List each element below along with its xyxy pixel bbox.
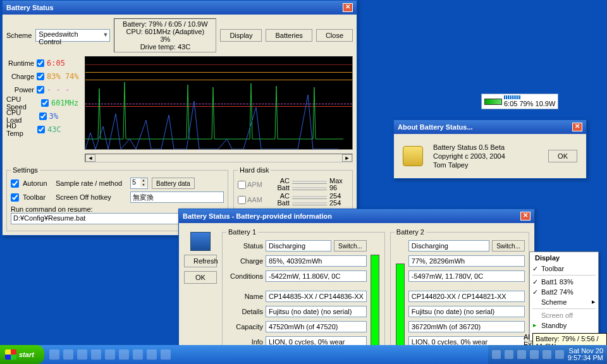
- ok-button[interactable]: OK: [184, 271, 217, 284]
- battery-info-window: Battery Status - Battery-provided inform…: [178, 209, 535, 358]
- metric-hdtemp: HD Temp 43C: [6, 123, 82, 136]
- cpuspeed-checkbox[interactable]: [41, 99, 49, 107]
- main-title: Battery Status: [6, 4, 54, 11]
- ql-icon[interactable]: [105, 349, 115, 360]
- metric-cpuload: CPU Load 3%: [6, 109, 82, 123]
- b2-status: Discharging: [408, 240, 489, 252]
- menu-standby[interactable]: Standby: [530, 320, 598, 331]
- b1-conditions: -5422mW, 11.806V, 0C: [266, 270, 367, 282]
- app-icon: [403, 146, 423, 166]
- graph-canvas: [85, 56, 353, 150]
- about-titlebar[interactable]: About Battery Status... ✕: [394, 120, 586, 134]
- ql-icon[interactable]: [63, 349, 73, 360]
- taskbar: start Sat Nov 20 9:57:34 PM: [0, 345, 607, 364]
- resume-command-input[interactable]: D:¥Config¥Resume.bat: [11, 213, 206, 224]
- b1-details: Fujitsu (no date) (no serial): [266, 306, 367, 317]
- ql-icon[interactable]: [119, 349, 129, 360]
- toolbar-checkbox[interactable]: [11, 193, 19, 202]
- metric-charge: Charge 83% 74%: [6, 70, 82, 83]
- refresh-button[interactable]: Refresh: [184, 255, 217, 267]
- system-tray: Sat Nov 20 9:57:34 PM: [488, 345, 607, 364]
- b2-capacity: 36720mWh (of 36720): [408, 321, 525, 332]
- tray-icon[interactable]: [555, 350, 564, 359]
- battery-info-titlebar[interactable]: Battery Status - Battery-provided inform…: [179, 209, 534, 223]
- scheme-combo[interactable]: Speedswitch Control: [35, 29, 110, 42]
- ql-icon[interactable]: [147, 349, 157, 360]
- ql-icon[interactable]: [161, 349, 171, 360]
- autorun-checkbox[interactable]: [11, 179, 19, 188]
- menu-batt2[interactable]: Batt2 74%: [530, 287, 598, 297]
- close-button[interactable]: Close: [316, 29, 353, 42]
- metric-column: Runtime 6:05 Charge 83% 74% Power - - - …: [6, 56, 82, 150]
- charge-checkbox[interactable]: [37, 73, 44, 80]
- b2-switch-button[interactable]: Switch...: [492, 240, 525, 252]
- battery-data-button[interactable]: Battery data: [152, 178, 195, 189]
- b1-charge: 85%, 40392mWh: [266, 255, 367, 267]
- b2-charge-bar: [396, 264, 405, 349]
- display-button[interactable]: Display: [220, 29, 262, 42]
- menu-scheme[interactable]: Scheme: [530, 297, 598, 307]
- screenoff-hotkey-input[interactable]: 無変換: [130, 191, 224, 203]
- graph-scrollbar[interactable]: ◄ ►: [85, 154, 353, 162]
- hdtemp-checkbox[interactable]: [37, 126, 45, 133]
- metric-power: Power - - -: [6, 83, 82, 96]
- metric-runtime: Runtime 6:05: [6, 56, 82, 70]
- taskbar-clock[interactable]: Sat Nov 20 9:57:34 PM: [568, 348, 603, 361]
- b2-charge: 77%, 28296mWh: [408, 255, 525, 267]
- tray-context-menu: Display Toolbar Batt1 83% Batt2 74% Sche…: [529, 252, 599, 341]
- quicklaunch[interactable]: [44, 349, 176, 360]
- menu-batt1[interactable]: Batt1 83%: [530, 277, 598, 287]
- close-icon[interactable]: ✕: [343, 3, 353, 12]
- aam-ac-slider[interactable]: [292, 194, 327, 199]
- metric-cpuspeed: CPU Speed 601MHz: [6, 96, 82, 109]
- batteries-button[interactable]: Batteries: [266, 29, 312, 42]
- battery-level-icon: [484, 99, 502, 105]
- sample-rate-spinner[interactable]: 5: [130, 178, 148, 189]
- b1-status: Discharging: [266, 240, 331, 252]
- ql-icon[interactable]: [91, 349, 101, 360]
- apm-ac-slider[interactable]: [292, 179, 327, 184]
- runtime-checkbox[interactable]: [37, 59, 44, 67]
- tray-icon[interactable]: [543, 350, 551, 359]
- aam-batt-slider[interactable]: [292, 200, 327, 205]
- b1-charge-bar: [371, 255, 379, 349]
- close-icon[interactable]: ✕: [572, 123, 582, 131]
- tray-icon[interactable]: [505, 350, 513, 359]
- b1-switch-button[interactable]: Switch...: [334, 240, 367, 252]
- power-checkbox[interactable]: [37, 86, 44, 94]
- menu-screenoff[interactable]: Screen off: [530, 310, 598, 320]
- start-button[interactable]: start: [0, 345, 44, 364]
- ql-icon[interactable]: [133, 349, 143, 360]
- ql-icon[interactable]: [77, 349, 87, 360]
- windows-logo-icon: [5, 349, 16, 360]
- main-titlebar[interactable]: Battery Status ✕: [3, 1, 357, 15]
- b1-name: CP144835-XX / CP144836-XX: [266, 291, 367, 302]
- b2-details: Fujitsu (no date) (no serial): [408, 306, 525, 317]
- close-icon[interactable]: ✕: [520, 212, 530, 221]
- battery-icon: [190, 232, 211, 251]
- b1-capacity: 47520mWh (of 47520): [266, 321, 367, 332]
- about-ok-button[interactable]: OK: [548, 150, 577, 162]
- apm-batt-slider[interactable]: [292, 185, 327, 190]
- ql-icon[interactable]: [49, 349, 59, 360]
- scroll-right-icon[interactable]: ►: [342, 154, 352, 162]
- scroll-left-icon[interactable]: ◄: [85, 154, 95, 162]
- tray-icon[interactable]: [517, 350, 526, 359]
- tray-icon[interactable]: [492, 350, 501, 359]
- cpuload-checkbox[interactable]: [39, 112, 47, 120]
- floating-toolbar[interactable]: 6:05 79% 10.9W: [481, 94, 558, 109]
- summary-box: Battery: 79% / 6:05 / 10.9W CPU: 601MHz …: [114, 18, 216, 52]
- b2-name: CP144820-XX / CP144821-XX: [408, 291, 525, 302]
- main-window: Battery Status ✕ Scheme Speedswitch Cont…: [2, 0, 357, 236]
- about-window: About Battery Status... ✕ Battery Status…: [393, 119, 587, 179]
- tray-icon[interactable]: [530, 350, 539, 359]
- aam-checkbox[interactable]: [238, 196, 246, 204]
- scheme-label: Scheme: [6, 32, 32, 39]
- menu-toolbar[interactable]: Toolbar: [530, 264, 598, 274]
- apm-checkbox[interactable]: [238, 181, 246, 189]
- b2-conditions: -5497mW, 11.780V, 0C: [408, 270, 525, 282]
